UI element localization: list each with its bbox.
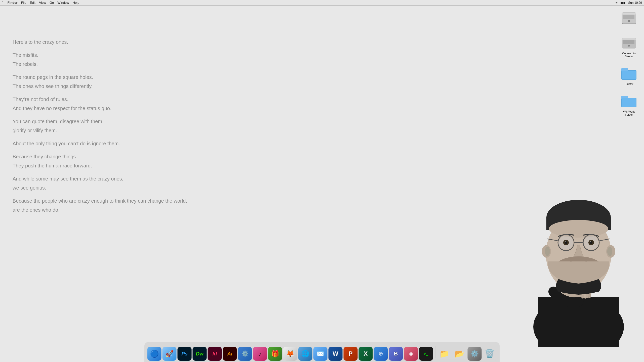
dock-configurator[interactable]: ⚙️	[238, 347, 252, 361]
dock-trash[interactable]: 🗑️	[483, 347, 497, 361]
icon-label-connect: Connect toServer	[622, 52, 635, 58]
quote-line-3: The rebels.	[13, 60, 187, 68]
ai-icon: Ai	[227, 351, 232, 356]
menu-view[interactable]: View	[39, 1, 46, 5]
quote-line-7: And they have no respect for the status …	[13, 104, 187, 113]
menubar:  Finder File Edit View Go Window Help ∿…	[0, 0, 644, 6]
quote-line-8: You can quote them, disagree with them,	[13, 117, 187, 126]
dw-icon: Dw	[196, 351, 204, 356]
dock-excel[interactable]: X	[359, 347, 373, 361]
dock-illustrator[interactable]: Ai	[223, 347, 237, 361]
desktop-icon-drive1[interactable]	[619, 10, 639, 27]
prefs-icon: ⚙️	[471, 350, 479, 358]
menu-file[interactable]: File	[21, 1, 26, 5]
dock-terminal[interactable]: >_	[419, 347, 433, 361]
word-icon: W	[333, 351, 338, 357]
quote-line-14: we see genius.	[13, 184, 187, 192]
trash-icon: 🗑️	[485, 349, 495, 358]
menu-go[interactable]: Go	[50, 1, 54, 5]
dock-giftbox[interactable]: 🎁	[268, 347, 282, 361]
quote-line-11: Because they change things.	[13, 152, 187, 161]
dock-globe[interactable]: 🌐	[298, 347, 312, 361]
quote-line-6: They’re not fond of rules.	[13, 95, 187, 104]
svg-point-32	[590, 241, 591, 242]
menu-edit[interactable]: Edit	[30, 1, 35, 5]
quote-block-2: The misfits. The rebels.	[13, 51, 187, 68]
misc1-icon: ⊕	[379, 350, 383, 357]
menu-window[interactable]: Window	[57, 1, 69, 5]
finder-icon: 🔵	[150, 350, 159, 358]
svg-point-41	[545, 247, 550, 256]
quote-line-13: And while some may see them as the crazy…	[13, 174, 187, 183]
svg-rect-1	[623, 14, 634, 19]
dock-photoshop[interactable]: Ps	[178, 347, 192, 361]
svg-point-43	[607, 247, 612, 256]
dock-launcher[interactable]: 🚀	[163, 347, 177, 361]
menubar-right: ∿ ▮▮▮ Sun 10:29	[615, 1, 642, 5]
dock-firefox[interactable]: 🦊	[283, 347, 297, 361]
misc2-icon: B	[394, 351, 398, 356]
desktop-icons: Connect to Server Connect toServer Clust…	[619, 10, 639, 116]
itunes-icon: ♪	[259, 350, 262, 357]
dock-folder1[interactable]: 📁	[437, 347, 452, 361]
ps-icon: Ps	[181, 351, 187, 356]
dock: 🔵 🚀 Ps Dw Id Ai ⚙️ ♪ 🎁 🦊 🌐 ✉️ W	[144, 342, 500, 362]
quote-block-9: Because the people who are crazy enough …	[13, 197, 187, 214]
ppt-icon: P	[348, 351, 352, 357]
mail-icon: ✉️	[317, 350, 324, 357]
svg-rect-15	[622, 98, 636, 107]
icon-label-work-folder: Will WorkFolder	[623, 110, 635, 116]
quote-line-9: glorify or vilify them.	[13, 126, 187, 135]
dock-misc1[interactable]: ⊕	[374, 347, 388, 361]
id-icon: Id	[213, 351, 217, 356]
apple-menu[interactable]: 	[2, 1, 4, 5]
dock-indesign[interactable]: Id	[208, 347, 222, 361]
dock-finder[interactable]: 🔵	[147, 347, 162, 361]
svg-point-6	[628, 45, 630, 47]
dock-dreamweaver[interactable]: Dw	[193, 347, 207, 361]
quote-block-6: About the only thing you can’t do is ign…	[13, 139, 187, 148]
quote-line-10: About the only thing you can’t do is ign…	[13, 139, 187, 148]
quote-block-8: And while some may see them as the crazy…	[13, 174, 187, 192]
dock-misc3[interactable]: ◈	[404, 347, 418, 361]
svg-point-2	[628, 20, 630, 22]
dock-separator	[435, 346, 435, 358]
excel-icon: X	[364, 351, 368, 357]
quote-block-5: You can quote them, disagree with them, …	[13, 117, 187, 135]
svg-text:Connect to: Connect to	[624, 48, 634, 49]
svg-rect-12	[622, 71, 636, 79]
dock-mail[interactable]: ✉️	[313, 347, 328, 361]
dock-word[interactable]: W	[329, 347, 343, 361]
clock: Sun 10:29	[628, 1, 642, 5]
quote-line-1: Here’s to the crazy ones.	[13, 38, 187, 46]
menu-finder[interactable]: Finder	[8, 1, 18, 5]
quote-line-16: are the ones who do.	[13, 206, 187, 214]
menu-help[interactable]: Help	[72, 1, 79, 5]
desktop-icon-cluster[interactable]: Cluster	[619, 65, 639, 85]
quote-block-7: Because they change things. They push th…	[13, 152, 187, 170]
dock-powerpoint[interactable]: P	[344, 347, 358, 361]
launcher-icon: 🚀	[166, 350, 174, 358]
dock-folder2[interactable]: 📂	[453, 347, 467, 361]
icon-label-cluster: Cluster	[625, 82, 633, 85]
quote-line-12: They push the human race forward.	[13, 161, 187, 170]
firefox-icon: 🦊	[286, 350, 294, 358]
dock-misc2[interactable]: B	[389, 347, 403, 361]
svg-rect-5	[623, 40, 634, 44]
dock-itunes[interactable]: ♪	[253, 347, 267, 361]
dock-prefs[interactable]: ⚙️	[468, 347, 482, 361]
quote-line-4: The round pegs in the square holes.	[13, 73, 187, 81]
battery-icon: ▮▮▮	[620, 1, 626, 5]
svg-rect-3	[622, 13, 636, 15]
quote-line-2: The misfits.	[13, 51, 187, 59]
quote-line-5: The ones who see things differently.	[13, 82, 187, 90]
desktop-icon-work-folder[interactable]: Will WorkFolder	[619, 93, 639, 116]
terminal-icon: >_	[424, 352, 428, 356]
quote-line-15: Because the people who are crazy enough …	[13, 197, 187, 205]
folder1-icon: 📁	[439, 349, 450, 358]
quote-block-4: They’re not fond of rules. And they have…	[13, 95, 187, 113]
quote-block-1: Here’s to the crazy ones.	[13, 38, 187, 46]
wifi-icon: ∿	[615, 1, 618, 5]
folder2-icon: 📂	[455, 349, 465, 358]
desktop-icon-connect[interactable]: Connect to Server Connect toServer	[619, 35, 639, 58]
